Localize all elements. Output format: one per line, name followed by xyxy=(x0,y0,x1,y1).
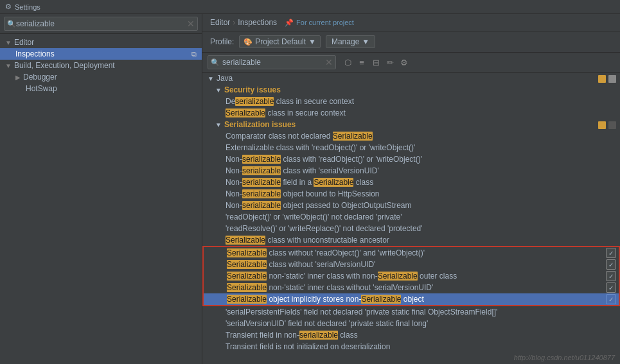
tree-item-debugger[interactable]: ▶ Debugger xyxy=(0,71,202,83)
seri-16-text: 'serialPersistentFields' field not decla… xyxy=(226,308,615,316)
seri-12-checkbox[interactable]: ✓ xyxy=(606,259,616,270)
seri-9-text: 'readResolve()' or 'writeReplace()' not … xyxy=(226,224,615,233)
seri-14-controls: ✓ xyxy=(606,282,616,293)
titlebar: ⚙ Settings xyxy=(0,0,620,14)
serialization-issues-label: Serialization issues xyxy=(224,120,296,129)
breadcrumb-editor[interactable]: Editor xyxy=(210,18,230,27)
seri-8-text: 'readObject()' or 'writeObject()' not de… xyxy=(226,212,615,221)
manage-label: Manage xyxy=(332,37,359,46)
profile-label: Profile: xyxy=(210,37,234,46)
seri-6-item[interactable]: Non-serializable object bound to HttpSes… xyxy=(202,188,620,200)
seri-5-text: Non-serializable field in a Serializable… xyxy=(226,178,615,187)
manage-dropdown-arrow: ▼ xyxy=(362,37,369,46)
seri-11-item[interactable]: Serializable class without 'readObject()… xyxy=(204,247,619,259)
security-issues-label: Security issues xyxy=(224,85,281,94)
seri-11-checkbox[interactable]: ✓ xyxy=(606,248,616,258)
seri-13-item[interactable]: Serializable non-'static' inner class wi… xyxy=(204,270,619,282)
filter-icon[interactable]: ⬡ xyxy=(341,56,354,69)
profile-dropdown[interactable]: 🎨 Project Default ▼ xyxy=(239,35,321,48)
settings-icon: ⚙ xyxy=(5,3,12,11)
seri-10-item[interactable]: Serializable class with unconstructable … xyxy=(202,234,620,246)
seri-13-checkbox[interactable]: ✓ xyxy=(606,271,616,281)
seri-18-item[interactable]: Transient field in non-serializable clas… xyxy=(202,329,620,341)
insp-search-input[interactable] xyxy=(222,58,323,67)
insp-search-icon: 🔍 xyxy=(211,58,220,67)
inspections-search-bar: 🔍 ✕ ⬡ ≡ ⊟ ✏ ⚙ xyxy=(202,53,620,73)
security-item-2[interactable]: Serializable class in secure context xyxy=(202,107,620,119)
insp-search-wrap: 🔍 ✕ xyxy=(208,55,336,69)
debugger-arrow: ▶ xyxy=(15,74,21,81)
seri-3-text: Non-serializable class with 'readObject(… xyxy=(226,155,615,164)
search-icon: 🔍 xyxy=(7,20,16,28)
seri-2-item[interactable]: Externalizable class with 'readObject()'… xyxy=(202,142,620,153)
seri-1-item[interactable]: Comparator class not declared Serializab… xyxy=(202,130,620,142)
seri-3-item[interactable]: Non-serializable class with 'readObject(… xyxy=(202,153,620,165)
seri-14-text: Serializable non-'static' inner class wi… xyxy=(227,283,596,292)
seri-4-item[interactable]: Non-serializable class with 'serialVersi… xyxy=(202,165,620,177)
build-arrow: ▼ xyxy=(5,62,12,69)
seri-17-item[interactable]: 'serialVersionUID' field not declared 'p… xyxy=(202,318,620,329)
seri-12-controls: ✓ xyxy=(606,259,616,270)
seri-19-item[interactable]: Transient field is not initialized on de… xyxy=(202,341,620,352)
seri-7-item[interactable]: Non-serializable object passed to Object… xyxy=(202,200,620,211)
seri-14-checkbox[interactable]: ✓ xyxy=(606,282,616,293)
security-item-1-text: Deserializable class in secure context xyxy=(226,97,615,106)
serialization-issues-item[interactable]: ▼ Serialization issues xyxy=(202,119,620,130)
left-search-bar: 🔍 ✕ xyxy=(0,14,202,34)
left-panel: 🔍 ✕ ▼ Editor Inspections ⧉ ▼ Build, Exec… xyxy=(0,14,202,364)
left-tree: ▼ Editor Inspections ⧉ ▼ Build, Executio… xyxy=(0,34,202,364)
watermark: http://blog.csdn.net/u011240877 xyxy=(514,354,615,361)
seri-15-checkbox[interactable]: ✓ xyxy=(606,294,616,304)
titlebar-title: Settings xyxy=(15,3,40,11)
tree-item-editor[interactable]: ▼ Editor xyxy=(0,37,202,48)
seri-11-text: Serializable class without 'readObject()… xyxy=(227,248,596,257)
seri-2-text: Externalizable class with 'readObject()'… xyxy=(226,143,615,152)
seri-14-item[interactable]: Serializable non-'static' inner class wi… xyxy=(204,282,619,293)
serialization-arrow: ▼ xyxy=(215,121,222,128)
insp-search-clear[interactable]: ✕ xyxy=(325,57,333,67)
for-current-project: 📌 For current project xyxy=(285,19,354,27)
breadcrumb-sep: › xyxy=(233,18,235,27)
seri-13-text: Serializable non-'static' inner class wi… xyxy=(227,272,596,281)
seri-7-text: Non-serializable object passed to Object… xyxy=(226,201,615,210)
tree-item-build[interactable]: ▼ Build, Execution, Deployment xyxy=(0,60,202,71)
serialization-severity xyxy=(598,120,606,129)
seri-5-item[interactable]: Non-serializable field in a Serializable… xyxy=(202,177,620,188)
manage-button[interactable]: Manage ▼ xyxy=(326,35,375,48)
java-group-item[interactable]: ▼ Java xyxy=(202,73,620,84)
seri-9-item[interactable]: 'readResolve()' or 'writeReplace()' not … xyxy=(202,223,620,234)
left-search-clear[interactable]: ✕ xyxy=(187,19,195,28)
seri-18-text: Transient field in non-serializable clas… xyxy=(226,331,615,340)
copy-icon: ⧉ xyxy=(191,50,197,58)
seri-15-text: Serializable object implicitly stores no… xyxy=(227,295,596,304)
java-severity xyxy=(598,74,606,83)
seri-12-item[interactable]: Serializable class without 'serialVersio… xyxy=(204,259,619,270)
pin-icon: 📌 xyxy=(285,19,294,27)
profile-bar: Profile: 🎨 Project Default ▼ Manage ▼ xyxy=(202,31,620,53)
seri-10-text: Serializable class with unconstructable … xyxy=(226,236,615,245)
seri-16-item[interactable]: 'serialPersistentFields' field not decla… xyxy=(202,306,620,318)
toolbar-icons: ⬡ ≡ ⊟ ✏ ⚙ xyxy=(341,56,411,69)
security-item-1[interactable]: Deserializable class in secure context xyxy=(202,96,620,107)
security-arrow: ▼ xyxy=(215,87,222,94)
seri-11-controls: ✓ xyxy=(606,248,616,258)
expand-icon[interactable]: ≡ xyxy=(355,56,368,69)
tree-item-hotswap[interactable]: HotSwap xyxy=(0,83,202,94)
panel-header: Editor › Inspections 📌 For current proje… xyxy=(202,14,620,31)
left-search-input[interactable] xyxy=(16,19,187,28)
collapse-icon[interactable]: ⊟ xyxy=(369,56,382,69)
tree-item-inspections[interactable]: Inspections ⧉ xyxy=(0,48,202,60)
security-issues-item[interactable]: ▼ Security issues xyxy=(202,84,620,96)
seri-15-item[interactable]: Serializable object implicitly stores no… xyxy=(204,293,619,305)
main-container: 🔍 ✕ ▼ Editor Inspections ⧉ ▼ Build, Exec… xyxy=(0,14,620,364)
red-border-group: Serializable class without 'readObject()… xyxy=(202,246,620,306)
edit-icon[interactable]: ✏ xyxy=(384,56,396,69)
settings-gear-icon[interactable]: ⚙ xyxy=(398,56,411,69)
seri-8-item[interactable]: 'readObject()' or 'writeObject()' not de… xyxy=(202,211,620,223)
breadcrumb-inspections: Inspections xyxy=(238,18,277,27)
profile-icon: 🎨 xyxy=(244,38,252,46)
security-item-2-text: Serializable class in secure context xyxy=(226,108,615,117)
seri-6-text: Non-serializable object bound to HttpSes… xyxy=(226,189,615,198)
seri-4-text: Non-serializable class with 'serialVersi… xyxy=(226,166,615,175)
inspections-tree: ▼ Java ▼ Security issues Deserializable … xyxy=(202,73,620,364)
